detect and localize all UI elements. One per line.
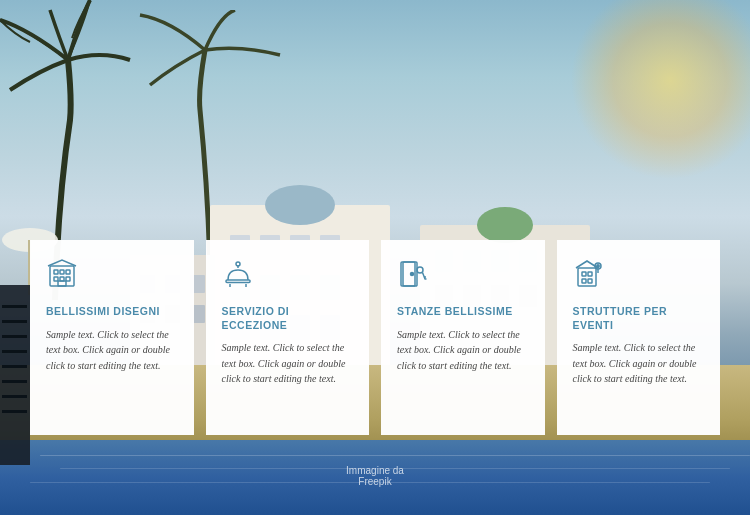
- sun-glow: [570, 0, 750, 180]
- svg-rect-42: [50, 266, 74, 286]
- svg-point-15: [477, 207, 533, 243]
- svg-point-1: [265, 185, 335, 225]
- svg-rect-31: [0, 285, 30, 465]
- card-2-text: Sample text. Click to select the text bo…: [222, 340, 354, 387]
- svg-rect-38: [2, 395, 27, 398]
- card-2-title: SERVIZIO DI ECCEZIONE: [222, 305, 354, 332]
- svg-rect-62: [578, 268, 596, 286]
- svg-rect-36: [2, 365, 27, 368]
- svg-rect-32: [2, 305, 27, 308]
- card-1-text: Sample text. Click to select the text bo…: [46, 327, 178, 374]
- svg-rect-46: [54, 277, 58, 281]
- svg-rect-33: [2, 320, 27, 323]
- svg-rect-48: [66, 277, 70, 281]
- event-icon: [573, 258, 705, 295]
- card-4-text: Sample text. Click to select the text bo…: [573, 340, 705, 387]
- room-icon: [397, 258, 529, 295]
- svg-point-58: [417, 267, 423, 273]
- attribution: Immagine da Freepik: [346, 465, 404, 487]
- svg-rect-37: [2, 380, 27, 383]
- svg-rect-65: [582, 279, 586, 283]
- svg-rect-45: [66, 270, 70, 274]
- attribution-line2: Freepik: [346, 476, 404, 487]
- card-bellissimi-disegni[interactable]: BELLISSIMI DISEGNI Sample text. Click to…: [30, 240, 194, 435]
- svg-point-52: [236, 262, 240, 266]
- card-3-text: Sample text. Click to select the text bo…: [397, 327, 529, 374]
- cards-container: BELLISSIMI DISEGNI Sample text. Click to…: [30, 240, 720, 435]
- attribution-line1: Immagine da: [346, 465, 404, 476]
- card-4-title: STRUTTURE PER EVENTI: [573, 305, 705, 332]
- svg-rect-49: [58, 281, 66, 286]
- svg-rect-43: [54, 270, 58, 274]
- card-1-title: BELLISSIMI DISEGNI: [46, 305, 178, 319]
- svg-rect-63: [582, 272, 586, 276]
- svg-line-59: [423, 273, 426, 280]
- svg-rect-50: [226, 280, 250, 283]
- svg-point-68: [596, 265, 598, 267]
- service-icon: [222, 258, 354, 295]
- svg-rect-39: [2, 410, 27, 413]
- svg-rect-34: [2, 335, 27, 338]
- building-icon: [46, 258, 178, 295]
- svg-point-57: [411, 273, 414, 276]
- card-3-title: STANZE BELLISSIME: [397, 305, 529, 319]
- svg-rect-44: [60, 270, 64, 274]
- svg-rect-66: [588, 279, 592, 283]
- svg-rect-35: [2, 350, 27, 353]
- card-stanze[interactable]: STANZE BELLISSIME Sample text. Click to …: [381, 240, 545, 435]
- card-strutture[interactable]: STRUTTURE PER EVENTI Sample text. Click …: [557, 240, 721, 435]
- svg-rect-64: [588, 272, 592, 276]
- card-servizio[interactable]: SERVIZIO DI ECCEZIONE Sample text. Click…: [206, 240, 370, 435]
